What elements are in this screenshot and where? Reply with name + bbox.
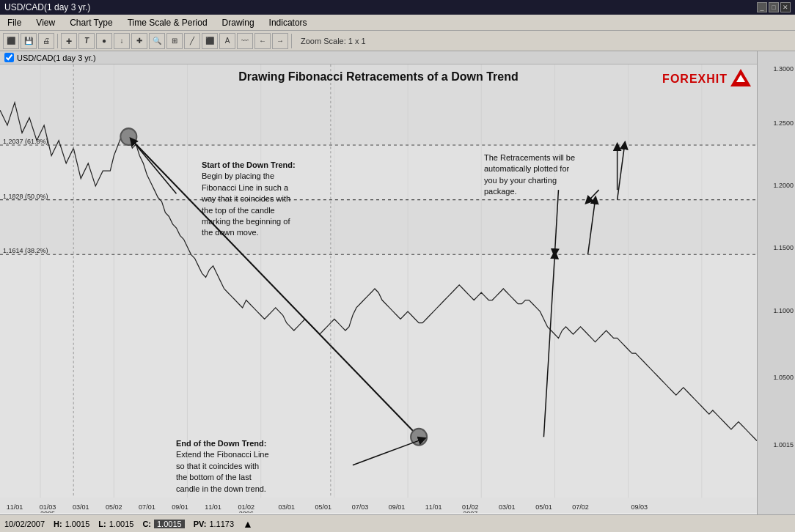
status-low-value: 1.0015 — [109, 520, 134, 528]
svg-text:1.1828 (50.0%): 1.1828 (50.0%) — [3, 192, 48, 199]
chart-header-checkbox[interactable] — [4, 53, 14, 62]
price-1.2000: 1.2000 — [773, 182, 794, 189]
tool-text[interactable]: T — [78, 33, 95, 49]
title-bar: USD/CAD(1 day 3 yr.) _ □ ✕ — [0, 0, 795, 15]
svg-rect-13 — [0, 200, 757, 255]
title-bar-left: USD/CAD(1 day 3 yr.) — [4, 2, 90, 12]
price-1.1500: 1.1500 — [773, 244, 794, 251]
menu-view[interactable]: View — [29, 15, 62, 30]
status-high: H: 1.0015 — [54, 520, 89, 528]
status-close-label: C: — [142, 520, 151, 528]
tool-wave[interactable]: 〰 — [237, 33, 253, 49]
chart-header-label: USD/CAD(1 day 3 yr.) — [17, 53, 96, 62]
price-1.0500: 1.0500 — [773, 374, 794, 381]
chart-header: USD/CAD(1 day 3 yr.) — [0, 51, 757, 64]
tool-crosshair[interactable]: + — [61, 33, 77, 49]
minimize-btn[interactable]: _ — [757, 2, 767, 12]
tool-text2[interactable]: A — [219, 33, 235, 49]
svg-text:03/01: 03/01 — [278, 503, 295, 511]
tool-arrow-right[interactable]: → — [272, 33, 288, 49]
chart-svg: 1.2037 (61.8%) 1.1828 (50.0%) 1.1614 (38… — [0, 64, 757, 513]
menu-time-scale[interactable]: Time Scale & Period — [120, 15, 215, 30]
svg-text:03/01: 03/01 — [499, 503, 516, 511]
status-pv-value: 1.1173 — [209, 520, 234, 528]
retracements-annotation: The Retracements will be automatically p… — [484, 152, 575, 198]
price-1.2500: 1.2500 — [773, 119, 794, 127]
svg-text:07/02: 07/02 — [572, 503, 589, 511]
end-trend-annotation: End of the Down Trend: Extend the Fibona… — [176, 438, 269, 495]
start-trend-annotation: Start of the Down Trend: Begin by placin… — [202, 160, 296, 239]
svg-text:2007: 2007 — [463, 510, 477, 513]
price-1.3000: 1.3000 — [773, 65, 794, 73]
forexhit-icon — [730, 69, 751, 89]
status-low: L: 1.0015 — [98, 520, 133, 528]
window-controls: _ □ ✕ — [757, 2, 791, 12]
tool-save[interactable]: 💾 — [21, 33, 37, 49]
svg-rect-14 — [0, 254, 757, 498]
menu-indicators[interactable]: Indicators — [262, 15, 315, 30]
tool-rect[interactable]: ⬛ — [202, 33, 218, 49]
tool-line[interactable]: ╱ — [184, 33, 200, 49]
svg-rect-12 — [0, 145, 757, 200]
tool-print[interactable]: 🖨 — [38, 33, 54, 49]
status-arrow-up: ▲ — [243, 518, 253, 530]
svg-text:03/01: 03/01 — [73, 503, 89, 511]
status-date-value: 10/02/2007 — [4, 520, 45, 528]
toolbar-sep-2 — [291, 34, 292, 48]
svg-text:09/01: 09/01 — [172, 503, 188, 511]
tool-zoom-in[interactable]: 🔍 — [149, 33, 165, 49]
chart-main: USD/CAD(1 day 3 yr.) Drawing Fibonacci R… — [0, 51, 757, 514]
svg-text:07/03: 07/03 — [352, 503, 369, 511]
svg-text:09/03: 09/03 — [631, 503, 648, 511]
svg-text:2006: 2006 — [239, 510, 254, 513]
close-btn[interactable]: ✕ — [780, 2, 791, 12]
chart-area: USD/CAD(1 day 3 yr.) Drawing Fibonacci R… — [0, 51, 795, 514]
chart-canvas-area: Drawing Fibonacci Retracements of a Down… — [0, 64, 757, 513]
zoom-label: Zoom Scale: 1 x 1 — [301, 37, 366, 45]
svg-text:09/01: 09/01 — [389, 503, 406, 511]
menu-file[interactable]: File — [0, 15, 29, 30]
menu-bar: File View Chart Type Time Scale & Period… — [0, 15, 795, 31]
svg-text:11/01: 11/01 — [425, 503, 442, 511]
status-high-value: 1.0015 — [65, 520, 90, 528]
status-low-label: L: — [98, 520, 106, 528]
menu-drawing[interactable]: Drawing — [215, 15, 262, 30]
menu-chart-type[interactable]: Chart Type — [62, 15, 120, 30]
toolbar-sep-1 — [57, 34, 58, 48]
tool-zoom[interactable]: ✚ — [131, 33, 147, 49]
price-scale: 1.3000 1.2500 1.2000 1.1500 1.1000 1.050… — [757, 51, 795, 514]
svg-text:11/01: 11/01 — [7, 503, 23, 511]
status-close-value: 1.0015 — [154, 520, 185, 528]
svg-text:2005: 2005 — [40, 510, 55, 513]
svg-text:05/01: 05/01 — [535, 503, 552, 511]
chart-title: Drawing Fibonacci Retracements of a Down… — [238, 70, 518, 84]
toolbar: ⬛ 💾 🖨 + T ● ↓ ✚ 🔍 ⊞ ╱ ⬛ A 〰 ← → Zoom Sca… — [0, 31, 795, 51]
status-close: C: 1.0015 — [142, 520, 184, 528]
price-1.0015: 1.0015 — [773, 441, 794, 448]
svg-text:05/02: 05/02 — [106, 503, 122, 511]
tool-circle[interactable]: ● — [96, 33, 112, 49]
svg-text:07/01: 07/01 — [139, 503, 155, 511]
status-pv-label: PV: — [194, 520, 207, 528]
maximize-btn[interactable]: □ — [769, 2, 779, 12]
status-date: 10/02/2007 — [4, 520, 45, 528]
svg-text:1.2037 (61.8%): 1.2037 (61.8%) — [3, 138, 48, 145]
svg-text:05/01: 05/01 — [315, 503, 332, 511]
status-pv: PV: 1.1173 — [194, 520, 234, 528]
forexhit-text: FOREXHIT — [662, 73, 728, 86]
chart-symbol: USD/CAD(1 day 3 yr.) — [4, 2, 90, 12]
forexhit-logo: FOREXHIT — [662, 69, 751, 89]
price-1.1000: 1.1000 — [773, 307, 794, 314]
tool-grid[interactable]: ⊞ — [166, 33, 183, 49]
status-bar: 10/02/2007 H: 1.0015 L: 1.0015 C: 1.0015… — [0, 514, 795, 532]
tool-new[interactable]: ⬛ — [3, 33, 19, 49]
svg-text:1.1614 (38.2%): 1.1614 (38.2%) — [3, 247, 48, 254]
status-high-label: H: — [54, 520, 62, 528]
forexhit-triangle — [730, 69, 751, 86]
forexhit-inner-triangle — [736, 75, 745, 82]
svg-text:11/01: 11/01 — [205, 503, 221, 511]
tool-arrow-left[interactable]: ← — [254, 33, 271, 49]
tool-arrow-down[interactable]: ↓ — [114, 33, 130, 49]
